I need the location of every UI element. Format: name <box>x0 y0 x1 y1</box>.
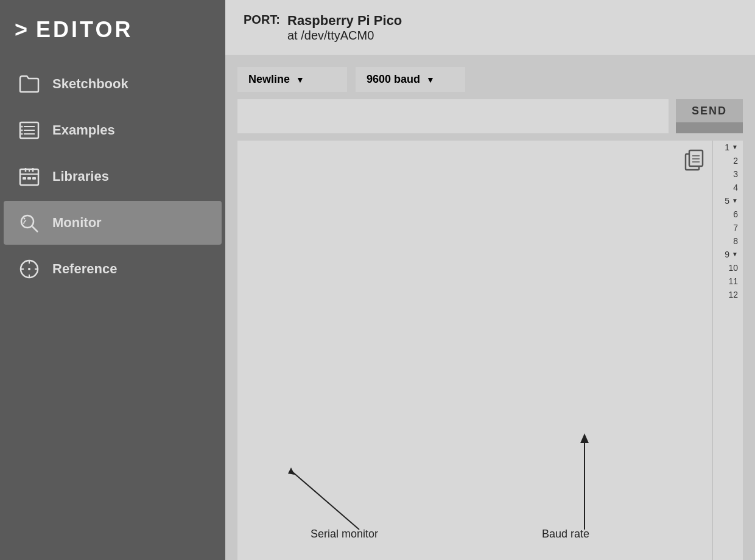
main-content: PORT: Raspberry Pi Pico at /dev/ttyACM0 … <box>225 0 755 560</box>
send-button[interactable]: SEND <box>676 99 743 122</box>
svg-rect-25 <box>689 150 703 166</box>
sketchbook-label: Sketchbook <box>52 76 128 92</box>
line-number-7: 7 <box>733 221 738 234</box>
sidebar: > EDITOR Sketchbook Examples <box>0 0 225 560</box>
folder-icon <box>18 73 40 95</box>
sidebar-item-monitor[interactable]: Monitor <box>4 201 222 245</box>
port-header: PORT: Raspberry Pi Pico at /dev/ttyACM0 <box>225 0 755 55</box>
fold-triangle: ▼ <box>732 141 738 154</box>
sidebar-item-sketchbook[interactable]: Sketchbook <box>4 62 222 106</box>
device-path: at /dev/ttyACM0 <box>287 29 402 43</box>
baud-dropdown-arrow: ▼ <box>426 75 435 85</box>
svg-rect-14 <box>32 177 36 180</box>
editor-title: > EDITOR <box>0 6 225 61</box>
search-icon <box>18 212 40 234</box>
compass-icon <box>18 258 40 280</box>
fold-triangle: ▼ <box>732 248 738 261</box>
line-number-10: 10 <box>728 261 738 275</box>
svg-point-23 <box>28 268 30 270</box>
input-row: SEND <box>237 99 743 133</box>
svg-point-15 <box>21 215 33 228</box>
output-area <box>237 141 712 560</box>
newline-label: Newline <box>248 73 290 86</box>
controls-row: Newline ▼ 9600 baud ▼ <box>237 67 743 92</box>
svg-rect-12 <box>23 177 26 180</box>
baud-dropdown[interactable]: 9600 baud ▼ <box>356 67 465 92</box>
svg-line-16 <box>32 226 38 232</box>
port-value: Raspberry Pi Pico at /dev/ttyACM0 <box>287 13 402 43</box>
sidebar-item-libraries[interactable]: Libraries <box>4 155 222 198</box>
line-number-4: 4 <box>733 181 738 194</box>
svg-point-17 <box>24 218 26 220</box>
copy-icon[interactable] <box>684 149 704 175</box>
line-numbers-panel: 1 ▼2345 ▼6789 ▼101112 <box>712 141 743 560</box>
line-number-2: 2 <box>733 154 738 167</box>
sidebar-item-examples[interactable]: Examples <box>4 108 222 152</box>
sidebar-item-reference[interactable]: Reference <box>4 247 222 291</box>
svg-point-5 <box>21 130 23 131</box>
monitor-label: Monitor <box>52 215 102 231</box>
svg-rect-13 <box>27 177 31 180</box>
message-input[interactable] <box>237 99 669 133</box>
send-button-shadow <box>676 122 743 133</box>
port-key-label: PORT: <box>244 13 280 43</box>
chevron-right-icon: > <box>15 17 30 43</box>
output-section: 1 ▼2345 ▼6789 ▼101112 <box>237 141 743 560</box>
reference-label: Reference <box>52 261 117 277</box>
editor-label: EDITOR <box>36 17 133 43</box>
line-number-5: 5 ▼ <box>725 194 738 208</box>
calendar-icon <box>18 166 40 187</box>
svg-point-4 <box>21 126 23 128</box>
line-number-3: 3 <box>733 167 738 181</box>
examples-label: Examples <box>52 122 115 138</box>
libraries-label: Libraries <box>52 169 109 184</box>
line-number-9: 9 ▼ <box>725 248 738 261</box>
line-number-11: 11 <box>728 275 738 288</box>
port-info: PORT: Raspberry Pi Pico at /dev/ttyACM0 <box>244 13 737 43</box>
baud-label: 9600 baud <box>367 73 420 86</box>
monitor-area: Newline ▼ 9600 baud ▼ SEND <box>225 55 755 560</box>
line-number-1: 1 ▼ <box>725 141 738 154</box>
fold-triangle: ▼ <box>732 194 738 208</box>
line-number-12: 12 <box>728 288 738 301</box>
send-button-container: SEND <box>676 99 743 133</box>
list-icon <box>18 119 40 141</box>
newline-dropdown[interactable]: Newline ▼ <box>237 67 347 92</box>
line-number-6: 6 <box>733 208 738 221</box>
svg-point-6 <box>21 133 23 135</box>
line-number-8: 8 <box>733 234 738 248</box>
device-name: Raspberry Pi Pico <box>287 13 402 29</box>
newline-dropdown-arrow: ▼ <box>296 75 304 85</box>
